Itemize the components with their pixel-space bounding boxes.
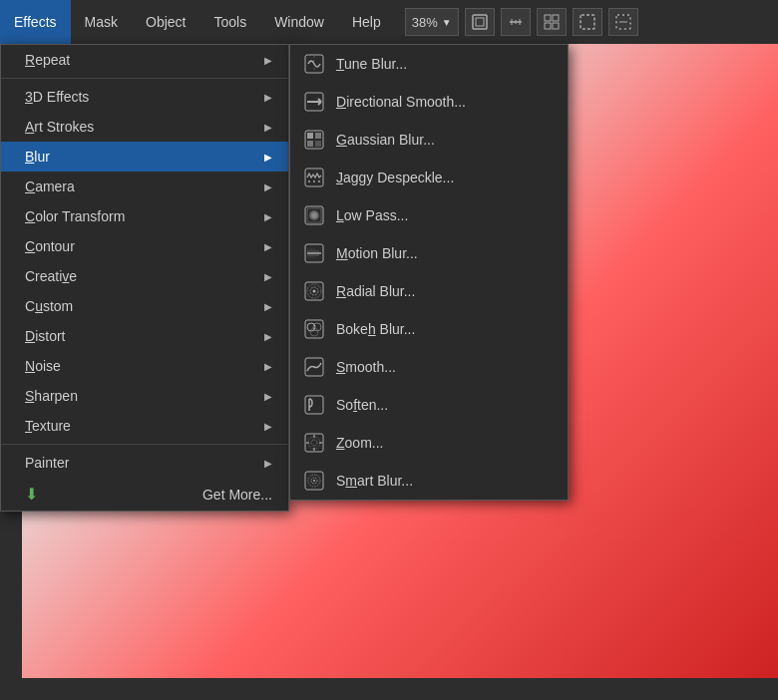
menu-item-camera[interactable]: Camera ▶ <box>1 172 288 201</box>
svg-rect-7 <box>553 15 559 21</box>
effects-menu: Repeat ▶ 3D Effects ▶ Art Strokes ▶ Blur… <box>0 44 289 512</box>
menu-item-creative[interactable]: Creative ▶ <box>1 261 288 291</box>
submenu-radial-blur[interactable]: Radial Blur... <box>290 272 568 310</box>
svg-rect-1 <box>476 18 484 26</box>
smart-blur-icon <box>302 469 326 493</box>
blur-submenu: Tune Blur... Directional Smooth... <box>289 44 569 501</box>
submenu-jaggy-despeckle[interactable]: Jaggy Despeckle... <box>290 159 568 196</box>
bokeh-blur-icon <box>302 317 326 341</box>
radial-blur-icon <box>302 279 326 303</box>
arrow-icon: ▶ <box>264 55 272 66</box>
svg-point-45 <box>310 328 318 336</box>
menu-item-repeat[interactable]: Repeat ▶ <box>1 45 288 75</box>
submenu-directional-smooth[interactable]: Directional Smooth... <box>290 83 568 121</box>
svg-point-27 <box>318 180 320 182</box>
submenu-zoom[interactable]: Zoom... <box>290 424 568 462</box>
svg-rect-24 <box>305 169 323 186</box>
options-icon <box>615 14 631 30</box>
submenu-gaussian-blur[interactable]: Gaussian Blur... <box>290 121 568 159</box>
svg-rect-20 <box>307 133 313 139</box>
svg-point-31 <box>311 212 317 218</box>
svg-rect-47 <box>305 396 323 414</box>
menu-item-get-more[interactable]: ⬇ Get More... <box>1 478 288 511</box>
menu-tools[interactable]: Tools <box>199 0 260 44</box>
separator-2 <box>1 444 288 445</box>
menu-help[interactable]: Help <box>338 0 395 44</box>
menu-item-custom[interactable]: Custom ▶ <box>1 291 288 321</box>
zoom-blur-icon <box>302 431 326 455</box>
menu-item-color-transform[interactable]: Color Transform ▶ <box>1 201 288 231</box>
submenu-smart-blur[interactable]: Smart Blur... <box>290 462 568 500</box>
svg-point-50 <box>311 440 317 446</box>
submenu-motion-blur[interactable]: Motion Blur... <box>290 234 568 272</box>
svg-point-25 <box>308 180 310 182</box>
menu-item-contour[interactable]: Contour ▶ <box>1 231 288 261</box>
svg-rect-8 <box>545 23 551 29</box>
low-pass-icon <box>302 203 326 227</box>
snap-icon <box>580 14 595 30</box>
submenu-soften[interactable]: Soften... <box>290 386 568 424</box>
menu-object[interactable]: Object <box>132 0 199 44</box>
bottom-bar <box>0 678 778 700</box>
menu-item-art-strokes[interactable]: Art Strokes ▶ <box>1 112 288 142</box>
submenu-bokeh-blur[interactable]: Bokeh Blur... <box>290 310 568 348</box>
jaggy-despeckle-icon <box>302 166 326 189</box>
separator-1 <box>1 78 288 79</box>
zoom-control[interactable]: 38% ▼ <box>405 8 459 36</box>
menu-mask[interactable]: Mask <box>71 0 132 44</box>
arrow-icon: ▶ <box>264 301 272 312</box>
menu-item-sharpen[interactable]: Sharpen ▶ <box>1 381 288 411</box>
view-icon <box>472 14 488 30</box>
svg-point-26 <box>313 180 315 182</box>
arrow-icon: ▶ <box>264 241 272 252</box>
svg-rect-0 <box>473 15 487 29</box>
svg-rect-21 <box>315 133 321 139</box>
arrow-icon: ▶ <box>264 421 272 432</box>
toolbar-btn-5[interactable] <box>608 8 638 36</box>
grid-icon <box>544 14 560 30</box>
toolbar-btn-3[interactable] <box>537 8 567 36</box>
menu-item-3d-effects[interactable]: 3D Effects ▶ <box>1 82 288 112</box>
menu-item-painter[interactable]: Painter ▶ <box>1 448 288 478</box>
submenu-smooth[interactable]: Smooth... <box>290 348 568 386</box>
toolbar-controls: 38% ▼ <box>405 8 638 36</box>
submenu-tune-blur[interactable]: Tune Blur... <box>290 45 568 83</box>
gaussian-blur-icon <box>302 128 326 152</box>
arrow-icon: ▶ <box>264 361 272 372</box>
motion-blur-icon <box>302 241 326 265</box>
arrow-icon: ▶ <box>264 271 272 282</box>
ruler-icon <box>508 14 524 30</box>
arrow-icon: ▶ <box>264 331 272 342</box>
arrow-icon: ▶ <box>264 122 272 133</box>
menu-effects[interactable]: Effects <box>0 0 71 44</box>
svg-rect-9 <box>553 23 559 29</box>
svg-point-41 <box>313 290 316 293</box>
menu-bar: Effects Mask Object Tools Window Help <box>0 0 395 44</box>
main-toolbar: Effects Mask Object Tools Window Help 38… <box>0 0 778 44</box>
toolbar-btn-2[interactable] <box>501 8 531 36</box>
svg-rect-10 <box>581 15 594 29</box>
arrow-icon: ▶ <box>264 391 272 402</box>
smooth-icon <box>302 355 326 379</box>
menu-item-distort[interactable]: Distort ▶ <box>1 321 288 351</box>
arrow-icon: ▶ <box>264 152 272 163</box>
svg-rect-22 <box>307 141 313 147</box>
toolbar-btn-4[interactable] <box>573 8 602 36</box>
arrow-icon: ▶ <box>264 181 272 192</box>
svg-rect-6 <box>545 15 551 21</box>
submenu-low-pass[interactable]: Low Pass... <box>290 196 568 234</box>
soften-icon <box>302 393 326 417</box>
menu-item-blur[interactable]: Blur ▶ <box>1 142 288 172</box>
download-icon: ⬇ <box>25 485 38 504</box>
menu-item-texture[interactable]: Texture ▶ <box>1 411 288 441</box>
menu-window[interactable]: Window <box>260 0 338 44</box>
svg-point-58 <box>313 480 315 482</box>
zoom-dropdown-arrow: ▼ <box>442 17 452 28</box>
menu-item-noise[interactable]: Noise ▶ <box>1 351 288 381</box>
tune-blur-icon <box>302 52 326 76</box>
directional-smooth-icon <box>302 90 326 114</box>
arrow-icon: ▶ <box>264 211 272 222</box>
toolbar-btn-1[interactable] <box>465 8 495 36</box>
arrow-icon: ▶ <box>264 92 272 103</box>
svg-rect-23 <box>315 141 321 147</box>
